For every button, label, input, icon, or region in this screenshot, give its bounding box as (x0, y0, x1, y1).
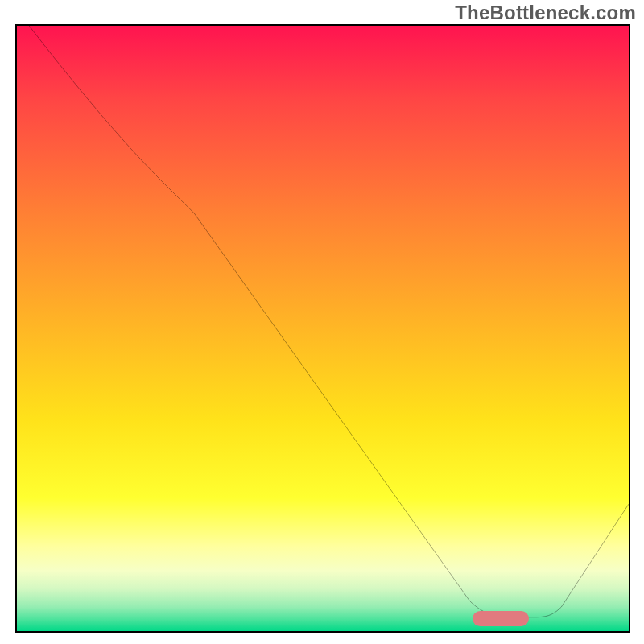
curve-path (29, 26, 629, 617)
chart-plot-area (15, 24, 630, 633)
watermark-text: TheBottleneck.com (455, 2, 636, 24)
optimal-range-marker (473, 611, 529, 626)
bottleneck-curve (17, 26, 629, 631)
